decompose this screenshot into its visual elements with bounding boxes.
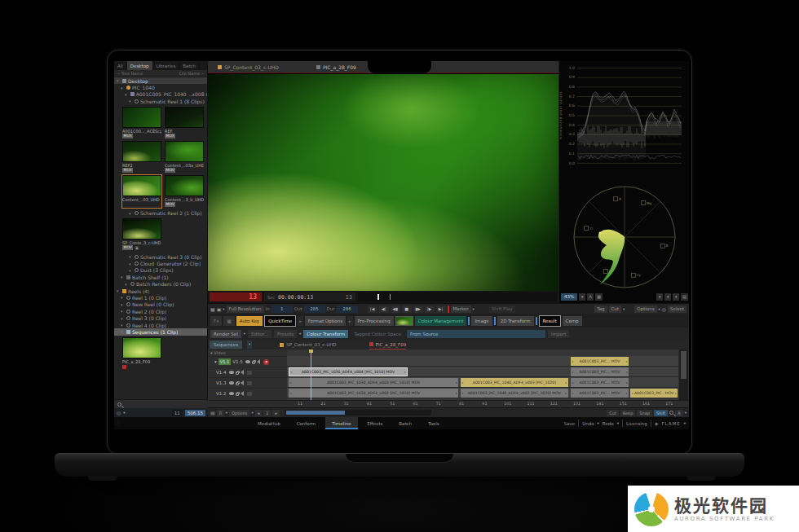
timeline-clip[interactable]: A001C003_PIC... MOV bbox=[571, 389, 629, 398]
timeline-clip[interactable]: A001C003_PIC_1030_ADF4_v003 [PIC_1010] M… bbox=[289, 378, 458, 387]
timeline-clip[interactable]: A001C003_PIC... MOV bbox=[571, 367, 629, 376]
snap-value-button[interactable]: 0 bbox=[217, 410, 224, 416]
audio-icon[interactable] bbox=[241, 370, 244, 375]
transport-button[interactable]: ◀| bbox=[379, 306, 389, 313]
transport-button[interactable]: |◀ bbox=[368, 306, 377, 313]
in-field[interactable]: 1 bbox=[271, 306, 293, 313]
chevron-down-icon[interactable]: ▾ bbox=[617, 421, 619, 425]
quicktime-button[interactable]: QuickTime bbox=[264, 315, 296, 327]
format-options-button[interactable]: Format Options bbox=[305, 316, 346, 326]
filter-icon[interactable]: ◎ bbox=[117, 410, 121, 415]
chevron-down-icon[interactable]: ▾ bbox=[656, 293, 663, 301]
presets-button[interactable]: Presets bbox=[274, 330, 297, 338]
chevron-down-icon[interactable]: ▾ bbox=[685, 411, 686, 415]
module-tab-batch[interactable]: Batch bbox=[392, 417, 418, 429]
track-header-v1.2[interactable]: V1.2 bbox=[208, 388, 287, 398]
visibility-icon[interactable] bbox=[229, 371, 234, 374]
sidebar-tab-all[interactable]: All bbox=[114, 61, 127, 70]
scrollbar-thumb[interactable] bbox=[286, 411, 345, 415]
tree-item[interactable]: ▾A001C005_PIC_1040_..x008 (5) bbox=[114, 91, 207, 98]
camera-icon[interactable]: ▣ bbox=[217, 306, 222, 312]
lock-icon[interactable] bbox=[252, 361, 255, 364]
scrub-bar[interactable] bbox=[358, 292, 557, 301]
chevron-down-icon[interactable]: ▾ bbox=[247, 341, 252, 349]
tree-item[interactable]: ▾Batch Shelf (1) bbox=[114, 274, 207, 280]
nav-number[interactable]: 1 bbox=[263, 410, 271, 416]
visibility-icon[interactable] bbox=[229, 381, 234, 385]
keyboard-icon[interactable]: ▤ bbox=[210, 410, 215, 415]
pre-processing-button[interactable]: Pre-Processing bbox=[355, 316, 394, 326]
search-icon[interactable] bbox=[669, 411, 673, 415]
options-button[interactable]: Options bbox=[634, 306, 656, 313]
timeline-vertical-scrollbar[interactable] bbox=[679, 350, 688, 400]
chevron-down-icon[interactable]: ▾ bbox=[684, 421, 686, 425]
tree-item[interactable]: ▾Batch Renders (0 Clip) bbox=[114, 281, 207, 288]
chevron-down-icon[interactable]: ▾ bbox=[223, 307, 224, 311]
current-frame-display[interactable]: 13 bbox=[210, 292, 262, 301]
result-button[interactable]: Result bbox=[539, 315, 561, 327]
visibility-icon[interactable] bbox=[229, 392, 234, 395]
panel-icon[interactable]: ▤ bbox=[681, 293, 688, 301]
tree-item[interactable]: ▾Reel 3 (0 Clip) bbox=[114, 314, 207, 321]
footer-options-button[interactable]: Options bbox=[229, 410, 249, 416]
module-tab-timeline[interactable]: Timeline bbox=[325, 417, 357, 429]
module-tab-conform[interactable]: Conform bbox=[290, 417, 323, 429]
timeline-horizontal-scrollbar[interactable] bbox=[285, 410, 431, 415]
transport-button[interactable]: ▶| bbox=[436, 306, 446, 313]
chevron-down-icon[interactable]: ▾ bbox=[244, 332, 245, 336]
tree-item[interactable]: ▾Schematic Reel 3 (0 Clip) bbox=[114, 253, 207, 260]
clip-thumbnail[interactable]: Content_..03a_UHDMOV bbox=[165, 141, 204, 174]
audio-icon[interactable] bbox=[257, 359, 260, 364]
chevron-down-icon[interactable]: ▾ bbox=[673, 293, 679, 301]
snap-button[interactable]: Snap bbox=[637, 410, 652, 416]
lock-icon[interactable] bbox=[236, 393, 239, 396]
visibility-icon[interactable] bbox=[245, 360, 250, 363]
shift-button[interactable]: Shift bbox=[654, 410, 668, 416]
timeline-clip[interactable]: A001C003_PIC_1030_ADF4_v002 [PIC_1010] M… bbox=[289, 389, 458, 398]
fx-button[interactable]: Fx bbox=[210, 316, 222, 326]
render-sel-button[interactable]: Render Sel bbox=[210, 330, 241, 338]
tree-item[interactable]: ▾Reel 2 (0 Clip) bbox=[114, 308, 207, 314]
tree-item[interactable]: ▾Dust (3 Clips) bbox=[114, 267, 207, 274]
track-option-icon[interactable] bbox=[247, 371, 252, 375]
clip-thumbnail[interactable]: SP_Conte_3_c-UHDMOV▣ bbox=[122, 218, 161, 251]
grid-view-icon[interactable]: ▦ bbox=[210, 306, 215, 312]
tree-item[interactable]: ▾New Reel (0 Clip) bbox=[114, 301, 207, 308]
timeline-clip[interactable]: A001C003_PIC_1040_ADF4_v002 [PIC_1020] M… bbox=[461, 389, 568, 398]
timeline-tab[interactable]: SP_Content_03_c-UHD bbox=[280, 340, 336, 350]
lock-icon[interactable] bbox=[236, 372, 239, 375]
track-header-v1.3[interactable]: V1.3 bbox=[208, 377, 287, 388]
viewer-tab[interactable]: SP_Content_03_c-UHD bbox=[218, 64, 279, 70]
chevron-down-icon[interactable]: ▾ bbox=[226, 411, 227, 415]
lock-icon[interactable] bbox=[236, 382, 239, 385]
tree-item[interactable]: ▾Schematic Reel 2 (1 Clip) bbox=[114, 210, 207, 217]
nav-prev-button[interactable]: ◂ bbox=[255, 410, 263, 416]
from-source-button[interactable]: From Source bbox=[407, 330, 545, 338]
out-field[interactable]: 285 bbox=[304, 306, 325, 313]
chevron-down-icon[interactable]: ▾ bbox=[598, 421, 599, 425]
timeline-clip[interactable]: A001C003_PIC... MOV bbox=[571, 378, 629, 387]
scrollbar-thumb[interactable] bbox=[681, 351, 686, 379]
tree-name-header[interactable]: − Tree Name bbox=[117, 71, 143, 76]
chevron-down-icon[interactable]: ▾ bbox=[123, 411, 125, 415]
sequence-selector[interactable]: Sequences bbox=[210, 341, 242, 349]
grid-icon[interactable]: ▦ bbox=[595, 293, 603, 301]
resolution-button[interactable]: Full Resolution bbox=[227, 306, 264, 313]
clip-thumbnail[interactable]: A001C00..._ACEScgMUX bbox=[122, 107, 161, 139]
import-button[interactable]: Import bbox=[548, 330, 569, 338]
video-group-row[interactable]: ▾ Video bbox=[208, 350, 287, 356]
module-tab-tools[interactable]: Tools bbox=[422, 417, 446, 429]
dur-field[interactable]: 286 bbox=[337, 306, 358, 313]
target-icon[interactable]: ◎ bbox=[662, 306, 666, 312]
module-tab-mediahub[interactable]: MediaHub bbox=[251, 417, 287, 429]
timecode-value[interactable]: 00:00:00:13 bbox=[278, 294, 313, 301]
transport-button[interactable]: ▮▶ bbox=[413, 306, 423, 313]
marker-button[interactable]: Marker bbox=[451, 306, 471, 313]
track-header-v1.5[interactable]: ▾V1.1V1.5P bbox=[208, 356, 287, 367]
select-button[interactable]: Select bbox=[668, 306, 686, 313]
expand-arrow-icon[interactable]: ▸ bbox=[298, 316, 303, 326]
timeline-clip[interactable]: A001C003_PIC_1030_ADF4_v004 [PIC_1010] M… bbox=[289, 367, 408, 376]
scrub-marker[interactable] bbox=[390, 294, 391, 300]
timeline-ruler[interactable]: 1121314151617181911011111211311411511611… bbox=[208, 400, 689, 407]
sidebar-tab-libraries[interactable]: Libraries bbox=[153, 61, 180, 70]
